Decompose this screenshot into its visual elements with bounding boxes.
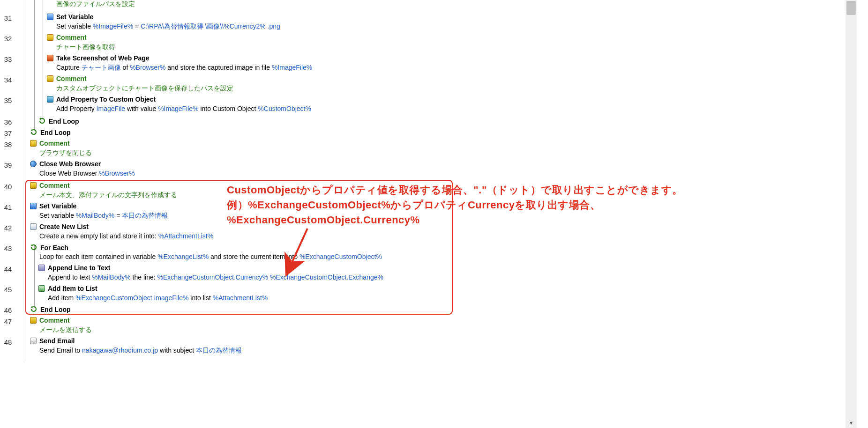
annotation-line-2: 例）%ExchangeCustomObject%からプロパティCurrencyを… [227, 198, 683, 213]
line-number: 43 [0, 244, 16, 252]
svg-line-0 [288, 229, 307, 272]
annotation-line-1: CustomObjectからプロパティ値を取得する場合、"."（ドット）で取り出… [227, 183, 683, 198]
step-title: Add Item to List [48, 285, 97, 292]
mail-icon [30, 338, 37, 344]
comment-icon [47, 34, 53, 41]
additem-icon [38, 285, 45, 292]
step-title: Close Web Browser [39, 160, 101, 168]
step-description: 画像のファイルパスを設定 [56, 0, 135, 8]
step-description: チャート画像を取得 [56, 43, 115, 52]
step-description: Append to text %MailBody% the line: %Exc… [48, 273, 383, 281]
setvar-icon [47, 14, 53, 20]
comment-icon [47, 75, 53, 82]
scroll-thumb[interactable] [846, 1, 856, 15]
step-title: Comment [56, 75, 87, 82]
step-description: Close Web Browser %Browser% [39, 170, 135, 177]
loop-icon [30, 244, 37, 251]
step-description: Add Property ImageFile with value %Image… [56, 105, 311, 112]
line-number: 40 [0, 183, 16, 191]
line-number: 41 [0, 203, 16, 211]
comment-icon [30, 317, 37, 324]
line-number: 38 [0, 140, 16, 148]
tree-vline [34, 0, 35, 130]
step-description: メール本文、添付ファイルの文字列を作成する [39, 191, 177, 199]
line-number: 32 [0, 35, 16, 43]
step-title: End Loop [49, 118, 79, 125]
step-title: Set Variable [39, 202, 76, 210]
annotation-text: CustomObjectからプロパティ値を取得する場合、"."（ドット）で取り出… [227, 183, 683, 228]
step-title: Take Screenshot of Web Page [56, 54, 150, 62]
step-description: Capture チャート画像 of %Browser% and store th… [56, 64, 312, 72]
step-title: For Each [40, 244, 68, 251]
append-icon [38, 265, 45, 271]
workflow-editor: 313233343536373839404142434445464748 画像の… [0, 0, 857, 428]
step-title: Comment [39, 182, 70, 189]
step-description: Create a new empty list and store it int… [39, 232, 213, 240]
line-number: 34 [0, 76, 16, 84]
line-number: 44 [0, 265, 16, 273]
line-gutter: 313233343536373839404142434445464748 [0, 0, 19, 428]
tree-vline [34, 245, 35, 307]
step-title: Comment [56, 34, 87, 41]
line-number: 48 [0, 338, 16, 346]
list-icon [30, 223, 37, 230]
line-number: 42 [0, 224, 16, 232]
line-number: 33 [0, 55, 16, 63]
step-description: Send Email to nakagawa@rhodium.co.jp wit… [39, 347, 242, 355]
tree-vline [26, 0, 26, 361]
line-number: 47 [0, 317, 16, 325]
annotation-line-3: %ExchangeCustomObject.Currency% [227, 213, 683, 228]
loop-icon [38, 117, 46, 125]
step-description: メールを送信する [39, 326, 92, 334]
line-number: 36 [0, 118, 16, 126]
loop-icon [30, 305, 37, 313]
addprop-icon [47, 96, 53, 103]
step-description: Set variable %MailBody% = 本日の為替情報 [39, 212, 168, 220]
step-title: Set Variable [56, 13, 93, 21]
step-title: End Loop [40, 306, 71, 313]
vertical-scrollbar[interactable]: ▲ ▼ [846, 0, 857, 428]
line-number: 46 [0, 306, 16, 314]
step-description: Add item %ExchangeCustomObject.ImageFile… [48, 294, 268, 302]
screenshot-icon [47, 55, 53, 61]
line-number: 45 [0, 286, 16, 294]
step-title: Create New List [39, 223, 89, 230]
step-description: Loop for each item contained in variable… [39, 253, 382, 260]
setvar-icon [30, 203, 37, 209]
step-description: ブラウザを閉じる [39, 149, 92, 157]
line-number: 35 [0, 96, 16, 104]
line-number: 37 [0, 129, 16, 137]
step-description: Set variable %ImageFile% = C:\RPA\為替情報取得… [56, 22, 280, 31]
step-title: End Loop [40, 129, 71, 136]
comment-icon [30, 182, 37, 189]
scroll-down-arrow[interactable]: ▼ [846, 418, 857, 428]
step-title: Comment [39, 317, 70, 324]
loop-icon [30, 128, 37, 136]
step-description: カスタムオブジェクトにチャート画像を保存したパスを設定 [56, 84, 233, 93]
step-title: Add Property To Custom Object [56, 96, 156, 103]
step-title: Append Line to Text [48, 264, 111, 272]
line-number: 31 [0, 14, 16, 22]
line-number: 39 [0, 161, 16, 169]
close-icon [30, 161, 37, 167]
step-title: Send Email [39, 337, 75, 345]
step-title: Comment [39, 140, 70, 147]
comment-icon [30, 140, 37, 147]
tree-vline [43, 0, 43, 119]
